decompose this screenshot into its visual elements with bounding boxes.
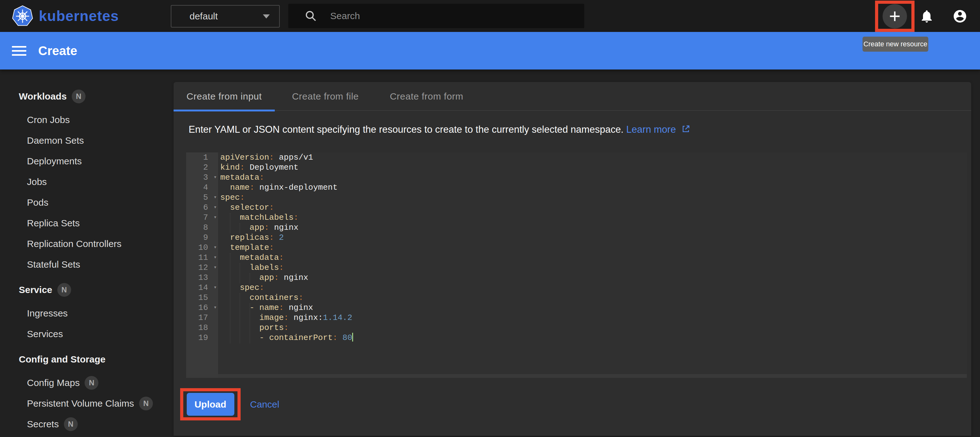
fold-arrow-icon[interactable]: ▾ xyxy=(214,173,217,182)
sidebar-item-stateful-sets[interactable]: Stateful Sets xyxy=(0,254,173,275)
line-number: 12▾ xyxy=(186,263,218,273)
sidebar-item-jobs[interactable]: Jobs xyxy=(0,171,173,192)
code-line: containers: xyxy=(218,293,967,303)
tab-create-from-form[interactable]: Create from form xyxy=(376,82,477,111)
plus-icon xyxy=(888,9,902,24)
learn-more-link[interactable]: Learn more xyxy=(626,124,690,135)
line-number: 17 xyxy=(186,313,218,323)
search-icon xyxy=(304,10,317,22)
namespaced-badge: N xyxy=(72,90,86,103)
yaml-editor[interactable]: 123▾45▾6▾7▾8910▾11▾12▾1314▾1516▾171819 a… xyxy=(186,152,967,378)
line-number: 8 xyxy=(186,223,218,233)
search-input[interactable] xyxy=(330,11,568,21)
namespaced-badge: N xyxy=(84,376,99,390)
sidebar-section-label: Workloads xyxy=(19,91,67,102)
editor-gutter: 123▾45▾6▾7▾8910▾11▾12▾1314▾1516▾171819 xyxy=(186,152,218,378)
sidebar-item-label: Stateful Sets xyxy=(27,259,80,270)
external-link-icon xyxy=(681,124,690,134)
sidebar-item-persistent-volume-claims[interactable]: Persistent Volume ClaimsN xyxy=(0,393,173,414)
fold-arrow-icon[interactable]: ▾ xyxy=(214,263,217,273)
sidebar-item-ingresses[interactable]: Ingresses xyxy=(0,303,173,324)
code-line: app: nginx xyxy=(218,223,967,233)
sidebar-section-config-and-storage[interactable]: Config and Storage xyxy=(0,349,173,370)
brand[interactable]: kubernetes xyxy=(12,5,119,27)
editor-horizontal-scrollbar[interactable] xyxy=(218,374,967,378)
line-number: 9 xyxy=(186,233,218,242)
indent-guide xyxy=(240,223,240,233)
menu-icon[interactable] xyxy=(12,44,26,58)
code-line: - name: nginx xyxy=(218,303,967,313)
account-icon[interactable] xyxy=(953,9,967,24)
sidebar-section-workloads[interactable]: WorkloadsN xyxy=(0,86,173,107)
tab-create-from-file[interactable]: Create from file xyxy=(275,82,376,111)
actions-row: Upload Cancel xyxy=(180,388,279,420)
create-card: Create from inputCreate from fileCreate … xyxy=(173,82,971,436)
fold-arrow-icon[interactable]: ▾ xyxy=(214,193,217,203)
line-number: 7▾ xyxy=(186,212,218,223)
tab-create-from-input[interactable]: Create from input xyxy=(173,82,275,111)
line-number: 1 xyxy=(186,152,218,163)
tooltip-create-new-resource: Create new resource xyxy=(862,36,928,52)
code-line: spec: xyxy=(218,193,967,203)
sidebar-item-secrets[interactable]: SecretsN xyxy=(0,414,173,434)
sidebar-item-label: Services xyxy=(27,329,63,339)
line-number: 11▾ xyxy=(186,253,218,263)
fold-arrow-icon[interactable]: ▾ xyxy=(214,203,217,212)
sidebar-item-label: Ingresses xyxy=(27,308,68,319)
search-bar[interactable] xyxy=(288,4,584,28)
brand-title: kubernetes xyxy=(39,8,119,24)
line-number: 13 xyxy=(186,273,218,283)
text-cursor xyxy=(352,333,353,342)
line-number: 10▾ xyxy=(186,242,218,253)
fold-arrow-icon[interactable]: ▾ xyxy=(214,242,217,253)
fold-arrow-icon[interactable]: ▾ xyxy=(214,303,217,313)
cancel-button[interactable]: Cancel xyxy=(250,399,279,410)
sidebar-item-label: Deployments xyxy=(27,156,82,166)
indent-guide xyxy=(250,273,250,283)
annotation-highlight-upload-button: Upload xyxy=(180,388,240,420)
code-line: - containerPort: 80 xyxy=(218,333,967,343)
editor-code[interactable]: apiVersion: apps/v1kind: Deploymentmetad… xyxy=(218,152,967,378)
sidebar-item-pods[interactable]: Pods xyxy=(0,192,173,213)
sidebar-item-label: Persistent Volume Claims xyxy=(27,398,134,409)
sidebar-item-cron-jobs[interactable]: Cron Jobs xyxy=(0,109,173,130)
description-body: Enter YAML or JSON content specifying th… xyxy=(189,124,624,135)
sidebar-item-label: Daemon Sets xyxy=(27,135,84,146)
tab-bar: Create from inputCreate from fileCreate … xyxy=(173,82,971,111)
sidebar-item-label: Pods xyxy=(27,197,48,208)
page-title: Create xyxy=(38,44,77,58)
sidebar-item-deployments[interactable]: Deployments xyxy=(0,151,173,171)
notifications-icon[interactable] xyxy=(919,9,934,24)
namespaced-badge: N xyxy=(57,283,71,297)
namespace-selector[interactable]: default xyxy=(171,5,280,27)
sidebar-item-services[interactable]: Services xyxy=(0,324,173,344)
create-new-resource-button[interactable] xyxy=(883,4,907,28)
sidebar-item-label: Replication Controllers xyxy=(27,239,122,249)
fold-arrow-icon[interactable]: ▾ xyxy=(214,212,217,223)
line-number: 4 xyxy=(186,182,218,193)
sidebar-item-config-maps[interactable]: Config MapsN xyxy=(0,372,173,393)
fold-arrow-icon[interactable]: ▾ xyxy=(214,283,217,293)
namespaced-badge: N xyxy=(64,417,78,431)
code-line: metadata: xyxy=(218,253,967,263)
top-toolbar: kubernetes default xyxy=(0,0,980,32)
code-line: apiVersion: apps/v1 xyxy=(218,152,967,163)
line-number: 16▾ xyxy=(186,303,218,313)
indent-guide xyxy=(230,253,230,344)
namespace-value: default xyxy=(189,11,263,22)
sidebar-item-replication-controllers[interactable]: Replication Controllers xyxy=(0,234,173,254)
line-number: 3▾ xyxy=(186,173,218,182)
indent-guide xyxy=(240,293,240,344)
fold-arrow-icon[interactable]: ▾ xyxy=(214,253,217,263)
sidebar-section-service[interactable]: ServiceN xyxy=(0,279,173,301)
kubernetes-logo xyxy=(12,5,33,27)
code-line: replicas: 2 xyxy=(218,233,967,242)
sidebar-item-replica-sets[interactable]: Replica Sets xyxy=(0,213,173,234)
line-number: 14▾ xyxy=(186,283,218,293)
line-number: 5▾ xyxy=(186,193,218,203)
upload-button[interactable]: Upload xyxy=(187,393,234,416)
sidebar-item-label: Replica Sets xyxy=(27,218,80,228)
sidebar-item-daemon-sets[interactable]: Daemon Sets xyxy=(0,130,173,151)
code-line: matchLabels: xyxy=(218,212,967,223)
indent-guide xyxy=(240,263,240,283)
